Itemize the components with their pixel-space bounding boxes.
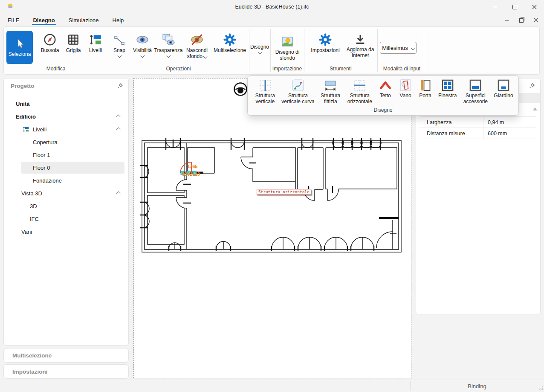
tree-item-livelli[interactable]: Livelli [4,123,128,136]
griglia-label: Griglia [66,47,81,53]
multiselezione-button[interactable]: Multiselezione [211,33,249,53]
table-row: Larghezza 0,94 m [420,116,536,128]
window-title: Euclide 3D - BasicHouse (1).ifc [0,0,544,14]
disegno-dropdown-button[interactable]: Disegno [250,44,269,54]
pin-icon[interactable] [117,83,123,90]
impostazioni-button[interactable]: Impostazioni [307,33,343,53]
tree-item-floor-0[interactable]: Floor 0 [4,161,128,174]
tree-item-copertura[interactable]: Copertura [4,136,128,148]
chevron-up-icon[interactable] [116,114,121,119]
disegno-di-sfondo-label: Disegno di sfondo [272,49,303,61]
maximize-button[interactable] [505,0,524,14]
tree-item-ifc[interactable]: IFC [4,212,128,225]
dimension-label-top: 1765 [187,164,197,169]
menu-disegno-label: Disegno [33,17,55,23]
properties-table: Larghezza 0,94 m Distanza misure 600 mm [420,116,536,139]
snap-label: Snap [113,47,125,53]
snap-icon [113,34,126,46]
close-button[interactable] [524,0,544,14]
tool-struttura-verticale[interactable]: Struttura verticale [252,79,278,105]
tool-giardino[interactable]: Giardino [492,79,515,99]
floor-plan-drawing: 1765 9392110 [134,78,411,378]
chevron-up-icon[interactable] [116,191,121,195]
disegno-di-sfondo-button[interactable]: Disegno di sfondo [272,35,303,61]
scroll-up-arrow[interactable] [533,107,537,110]
aggiorna-label: Aggiorna da Internet [344,46,376,58]
grid-icon [67,33,80,46]
garden-icon [497,79,510,92]
project-tree: Unità Edificio Livelli Copertura Floor 1… [4,97,128,238]
property-name: Distanza misure [420,128,483,139]
trasparenza-button[interactable]: Trasparenza [154,33,183,57]
livelli-button[interactable]: Livelli [85,33,106,53]
menu-help[interactable]: Help [112,14,125,26]
tool-vano[interactable]: Vano [396,79,414,99]
mdi-restore-icon[interactable] [519,18,524,23]
curved-structure-icon [292,79,304,92]
tree-item-vani[interactable]: Vani [4,225,128,238]
levels-icon [89,33,102,46]
seleziona-label: Seleziona [9,51,31,57]
chevron-up-icon[interactable] [116,127,121,131]
menu-simulazione-label: Simulazione [69,17,99,23]
mdi-close-icon[interactable] [534,18,538,22]
aggiorna-button[interactable]: Aggiorna da Internet [344,34,376,58]
group-label-modalita: Modalità di input [377,66,426,72]
multiselezione-label: Multiselezione [214,47,246,53]
snap-button[interactable]: Snap [110,34,129,57]
resize-grip[interactable] [538,386,543,391]
menu-simulazione[interactable]: Simulazione [68,14,100,26]
property-value[interactable]: 600 mm [483,131,507,136]
titlebar: Euclide 3D - BasicHouse (1).ifc [0,0,544,14]
menu-file[interactable]: FILE [7,14,20,26]
seleziona-button[interactable]: Seleziona [6,31,33,64]
tool-struttura-fittizia[interactable]: Struttura fittizia [318,79,343,105]
horizontal-structure-icon [353,79,366,92]
multiselezione-panel[interactable]: Multiselezione [3,348,129,363]
cursor-icon [14,38,26,49]
visibilita-label: Visibilità [133,47,152,53]
group-label-importazione: Importazione [270,66,304,72]
tool-struttura-orizzontale[interactable]: Struttura orizzontale [345,79,374,105]
mdi-minimize-icon[interactable] [505,20,509,20]
visibilita-button[interactable]: Visibilità [130,33,155,57]
transparency-icon [162,33,175,46]
pin-icon[interactable] [529,83,535,90]
chevron-down-icon [411,46,415,50]
chevron-down-icon [258,50,262,55]
disegno-dropdown-panel: Struttura verticale Struttura verticale … [247,75,519,116]
eye-icon [136,33,149,46]
bussola-button[interactable]: Bussola [38,33,62,53]
nascondi-sfondo-label: Nascondi sfondo [184,47,210,59]
tree-item-edificio[interactable]: Edificio [4,110,128,123]
tool-finestra[interactable]: Finestra [436,79,459,99]
tree-item-fondazione[interactable]: Fondazione [4,174,128,187]
impostazioni-panel[interactable]: Impostazioni [3,364,129,379]
drawing-canvas[interactable]: 1765 9392110 Struttura orizzontale [133,78,411,378]
dropdown-group-label: Disegno [248,107,518,113]
tool-tetto[interactable]: Tetto [376,79,394,99]
floor-visibility-eye-icon[interactable] [233,81,248,98]
close-icon [532,5,537,9]
bussola-label: Bussola [41,47,59,53]
impostazioni-panel-label: Impostazioni [4,369,48,375]
ribbon-separator [249,29,249,72]
nascondi-sfondo-button[interactable]: Nascondi sfondo [184,33,210,59]
minimize-button[interactable] [485,0,505,14]
trasparenza-label: Trasparenza [154,47,183,53]
tool-superfici-accessorie[interactable]: Superfici accessorie [461,79,490,105]
tree-item-3d[interactable]: 3D [4,200,128,212]
tool-struttura-verticale-curva[interactable]: Struttura verticale curva [281,79,316,105]
property-value[interactable]: 0,94 m [483,119,504,125]
vertical-structure-icon [259,79,272,92]
tree-item-unita[interactable]: Unità [4,97,128,110]
tree-item-floor-1[interactable]: Floor 1 [4,148,128,161]
menu-disegno[interactable]: Disegno [32,14,55,26]
griglia-button[interactable]: Griglia [63,33,84,53]
tree-item-vista-3d[interactable]: Vista 3D [4,187,128,200]
dimension-label-bottom: 9392110 [182,171,200,177]
roof-icon [379,79,392,92]
tool-porta[interactable]: Porta [417,79,434,99]
input-mode-combobox[interactable]: Millesimus [380,42,417,54]
mdi-window-controls [505,14,538,26]
